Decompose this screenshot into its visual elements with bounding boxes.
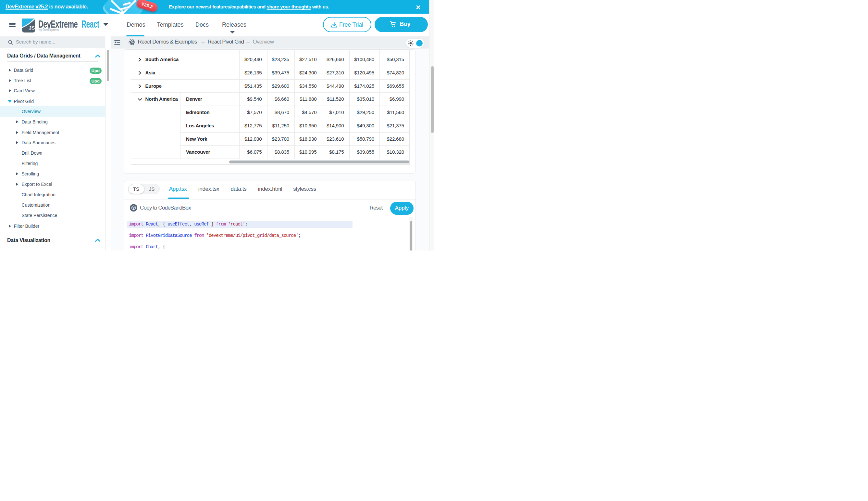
svg-text:JS: JS [29, 25, 35, 31]
